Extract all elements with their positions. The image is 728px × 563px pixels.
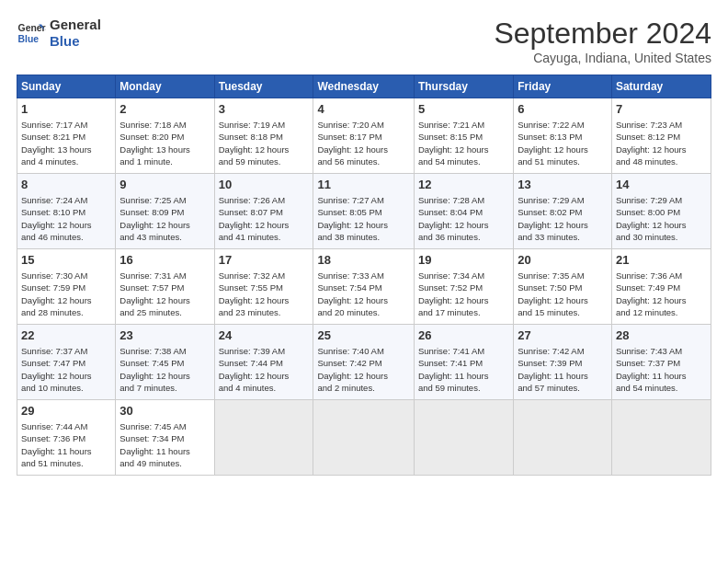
day-number: 11 bbox=[317, 177, 409, 193]
day-info: Daylight: 11 hours bbox=[616, 370, 707, 382]
day-info: and 48 minutes. bbox=[616, 155, 707, 167]
day-info: and 4 minutes. bbox=[21, 155, 111, 167]
day-info: Daylight: 11 hours bbox=[21, 445, 111, 457]
day-info: Sunset: 7:41 PM bbox=[418, 357, 509, 369]
day-info: Daylight: 12 hours bbox=[317, 370, 409, 382]
day-info: Sunset: 8:15 PM bbox=[418, 131, 509, 143]
day-number: 7 bbox=[616, 101, 707, 118]
day-info: Sunset: 7:42 PM bbox=[317, 357, 409, 369]
day-info: and 54 minutes. bbox=[616, 382, 707, 394]
day-info: Sunrise: 7:18 AM bbox=[119, 119, 210, 131]
logo: General Blue General Blue bbox=[17, 17, 101, 50]
calendar-cell: 6Sunrise: 7:22 AMSunset: 8:13 PMDaylight… bbox=[514, 98, 612, 174]
day-info: Sunrise: 7:20 AM bbox=[317, 119, 409, 131]
day-number: 13 bbox=[518, 177, 608, 193]
day-info: and 25 minutes. bbox=[119, 306, 210, 318]
day-info: and 43 minutes. bbox=[119, 231, 210, 243]
day-info: Sunrise: 7:36 AM bbox=[616, 270, 707, 282]
day-info: Daylight: 12 hours bbox=[219, 370, 310, 382]
calendar-cell: 19Sunrise: 7:34 AMSunset: 7:52 PMDayligh… bbox=[414, 249, 513, 325]
day-number: 28 bbox=[616, 327, 707, 344]
day-info: and 36 minutes. bbox=[418, 231, 509, 243]
day-info: Sunset: 8:02 PM bbox=[518, 206, 608, 218]
day-info: Daylight: 13 hours bbox=[119, 144, 210, 155]
week-row-3: 15Sunrise: 7:30 AMSunset: 7:59 PMDayligh… bbox=[17, 249, 711, 325]
day-number: 26 bbox=[418, 327, 509, 344]
calendar-cell: 9Sunrise: 7:25 AMSunset: 8:09 PMDaylight… bbox=[116, 174, 214, 249]
calendar-cell: 4Sunrise: 7:20 AMSunset: 8:17 PMDaylight… bbox=[313, 98, 414, 174]
day-info: Sunrise: 7:24 AM bbox=[21, 194, 111, 206]
day-number: 19 bbox=[418, 252, 509, 269]
day-info: Sunset: 8:05 PM bbox=[317, 206, 409, 218]
day-info: and 23 minutes. bbox=[219, 306, 310, 318]
day-info: Sunrise: 7:27 AM bbox=[317, 194, 409, 206]
calendar-cell bbox=[611, 400, 711, 476]
day-info: Daylight: 12 hours bbox=[418, 219, 509, 231]
day-header-saturday: Saturday bbox=[611, 75, 711, 98]
day-info: Sunrise: 7:30 AM bbox=[21, 270, 111, 282]
day-info: Daylight: 12 hours bbox=[21, 294, 111, 306]
day-info: and 57 minutes. bbox=[518, 382, 608, 394]
day-number: 12 bbox=[418, 177, 509, 193]
day-info: Sunrise: 7:33 AM bbox=[317, 270, 409, 282]
day-info: Daylight: 12 hours bbox=[518, 219, 608, 231]
calendar-cell: 8Sunrise: 7:24 AMSunset: 8:10 PMDaylight… bbox=[17, 174, 116, 249]
day-info: Sunset: 7:36 PM bbox=[21, 432, 111, 444]
day-header-tuesday: Tuesday bbox=[214, 75, 313, 98]
calendar-cell: 3Sunrise: 7:19 AMSunset: 8:18 PMDaylight… bbox=[214, 98, 313, 174]
day-info: Sunset: 7:52 PM bbox=[418, 282, 509, 293]
day-info: and 41 minutes. bbox=[219, 231, 310, 243]
calendar-cell: 11Sunrise: 7:27 AMSunset: 8:05 PMDayligh… bbox=[313, 174, 414, 249]
day-info: Sunrise: 7:23 AM bbox=[616, 119, 707, 131]
day-header-wednesday: Wednesday bbox=[313, 75, 414, 98]
day-info: Sunrise: 7:45 AM bbox=[119, 420, 210, 432]
calendar-cell: 30Sunrise: 7:45 AMSunset: 7:34 PMDayligh… bbox=[116, 400, 214, 476]
day-number: 30 bbox=[119, 403, 210, 419]
day-info: Daylight: 12 hours bbox=[418, 294, 509, 306]
day-info: and 12 minutes. bbox=[616, 306, 707, 318]
day-info: Sunrise: 7:34 AM bbox=[418, 270, 509, 282]
day-header-friday: Friday bbox=[514, 75, 612, 98]
day-info: Sunset: 7:45 PM bbox=[119, 357, 210, 369]
day-info: and 17 minutes. bbox=[418, 306, 509, 318]
day-info: Daylight: 12 hours bbox=[616, 144, 707, 155]
day-info: Sunrise: 7:31 AM bbox=[119, 270, 210, 282]
calendar-cell: 23Sunrise: 7:38 AMSunset: 7:45 PMDayligh… bbox=[116, 325, 214, 400]
day-info: Daylight: 12 hours bbox=[21, 370, 111, 382]
day-info: and 10 minutes. bbox=[21, 382, 111, 394]
day-info: Daylight: 12 hours bbox=[119, 219, 210, 231]
day-info: Sunset: 8:12 PM bbox=[616, 131, 707, 143]
month-title: September 2024 bbox=[494, 17, 711, 51]
day-info: Daylight: 12 hours bbox=[21, 219, 111, 231]
day-info: Sunrise: 7:22 AM bbox=[518, 119, 608, 131]
day-info: Sunrise: 7:17 AM bbox=[21, 119, 111, 131]
day-info: Sunset: 8:20 PM bbox=[119, 131, 210, 143]
day-info: Daylight: 12 hours bbox=[616, 294, 707, 306]
day-info: Sunset: 8:17 PM bbox=[317, 131, 409, 143]
calendar-cell: 29Sunrise: 7:44 AMSunset: 7:36 PMDayligh… bbox=[17, 400, 116, 476]
day-info: Daylight: 11 hours bbox=[418, 370, 509, 382]
day-info: Sunset: 8:13 PM bbox=[518, 131, 608, 143]
day-info: Sunset: 8:00 PM bbox=[616, 206, 707, 218]
day-info: Sunrise: 7:26 AM bbox=[219, 194, 310, 206]
calendar-cell: 24Sunrise: 7:39 AMSunset: 7:44 PMDayligh… bbox=[214, 325, 313, 400]
calendar-cell: 1Sunrise: 7:17 AMSunset: 8:21 PMDaylight… bbox=[17, 98, 116, 174]
day-number: 29 bbox=[21, 403, 111, 419]
day-info: and 51 minutes. bbox=[518, 155, 608, 167]
day-info: and 46 minutes. bbox=[21, 231, 111, 243]
day-number: 15 bbox=[21, 252, 111, 269]
location: Cayuga, Indiana, United States bbox=[494, 51, 711, 65]
calendar-header-row: SundayMondayTuesdayWednesdayThursdayFrid… bbox=[17, 75, 711, 98]
day-info: Daylight: 12 hours bbox=[119, 370, 210, 382]
calendar-cell: 15Sunrise: 7:30 AMSunset: 7:59 PMDayligh… bbox=[17, 249, 116, 325]
day-info: Sunset: 7:50 PM bbox=[518, 282, 608, 293]
week-row-1: 1Sunrise: 7:17 AMSunset: 8:21 PMDaylight… bbox=[17, 98, 711, 174]
day-info: Sunset: 7:59 PM bbox=[21, 282, 111, 293]
calendar-cell bbox=[313, 400, 414, 476]
day-info: Daylight: 12 hours bbox=[518, 294, 608, 306]
day-info: and 51 minutes. bbox=[21, 457, 111, 469]
calendar-cell: 27Sunrise: 7:42 AMSunset: 7:39 PMDayligh… bbox=[514, 325, 612, 400]
day-header-monday: Monday bbox=[116, 75, 214, 98]
day-info: and 7 minutes. bbox=[119, 382, 210, 394]
day-info: Sunrise: 7:44 AM bbox=[21, 420, 111, 432]
